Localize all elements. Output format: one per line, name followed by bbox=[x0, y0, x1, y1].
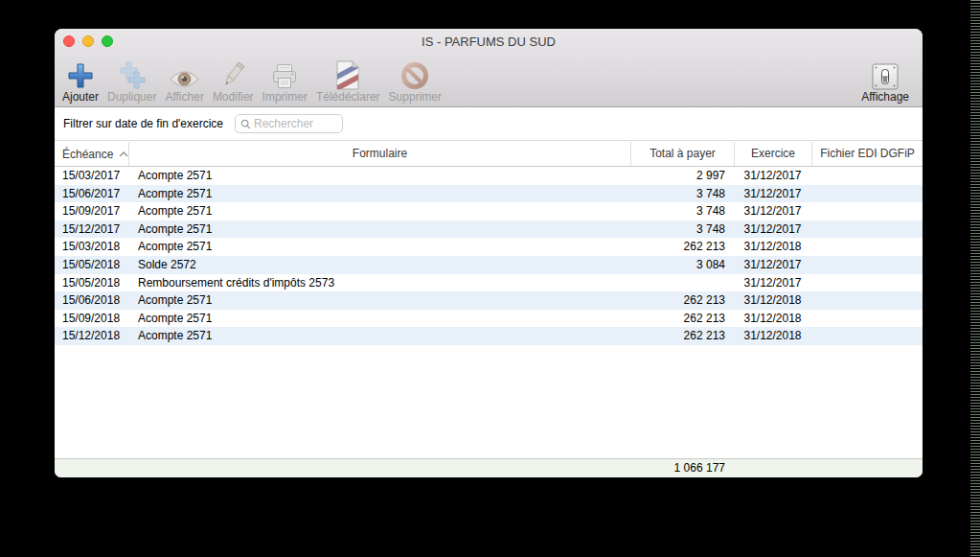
teletransmit-button-label: Télédéclarer bbox=[316, 91, 380, 104]
table-row[interactable]: 15/09/2017Acompte 25713 74831/12/2017 bbox=[55, 202, 923, 220]
cell-total-a-payer: 3 748 bbox=[630, 185, 734, 203]
view-button[interactable]: Afficher bbox=[163, 58, 205, 104]
teletransmit-button[interactable]: Télédéclarer bbox=[314, 58, 382, 104]
table-row[interactable]: 15/12/2018Acompte 2571262 21331/12/2018 bbox=[55, 327, 923, 345]
add-button-label: Ajouter bbox=[62, 91, 99, 104]
cell-total-a-payer: 3 748 bbox=[630, 202, 734, 220]
table-row[interactable]: 15/05/2018Remboursement crédits d'impôts… bbox=[55, 274, 923, 292]
table-row[interactable]: 15/06/2018Acompte 2571262 21331/12/2018 bbox=[55, 291, 923, 310]
cell-formulaire: Acompte 2571 bbox=[128, 291, 630, 310]
cell-echeance: 15/06/2018 bbox=[55, 291, 128, 310]
cell-formulaire: Acompte 2571 bbox=[128, 202, 630, 220]
display-toggle-icon bbox=[872, 58, 899, 90]
edit-button[interactable]: Modifier bbox=[211, 58, 256, 104]
table-row[interactable]: 15/06/2017Acompte 25713 74831/12/2017 bbox=[55, 185, 923, 203]
table-header: Échéance Formulaire Total à payer Exerci… bbox=[55, 142, 923, 167]
delete-button-label: Supprimer bbox=[389, 91, 442, 104]
cell-formulaire: Acompte 2571 bbox=[128, 238, 630, 256]
cell-fichier-edi bbox=[811, 238, 923, 256]
cell-echeance: 15/03/2017 bbox=[55, 167, 128, 185]
column-header-total-a-payer[interactable]: Total à payer bbox=[630, 142, 734, 166]
table-row[interactable]: 15/09/2018Acompte 2571262 21331/12/2018 bbox=[55, 310, 923, 328]
edit-button-label: Modifier bbox=[213, 91, 254, 104]
table-footer: 1 066 177 bbox=[55, 458, 923, 477]
printer-icon bbox=[270, 58, 299, 90]
toolbar: Ajouter Dupliquer bbox=[60, 58, 444, 104]
search-icon bbox=[240, 119, 251, 129]
cell-fichier-edi bbox=[811, 274, 923, 292]
cell-formulaire: Solde 2572 bbox=[128, 256, 630, 274]
screen-edge-artifact bbox=[970, 0, 980, 557]
footer-total-value: 1 066 177 bbox=[55, 459, 734, 477]
app-window: IS - PARFUMS DU SUD Ajouter bbox=[55, 29, 923, 477]
add-button[interactable]: Ajouter bbox=[60, 58, 101, 104]
cell-exercice: 31/12/2017 bbox=[734, 256, 811, 274]
tricolor-document-icon bbox=[335, 58, 360, 90]
cell-exercice: 31/12/2017 bbox=[734, 274, 811, 292]
cell-echeance: 15/09/2018 bbox=[55, 310, 128, 328]
title-bar[interactable]: IS - PARFUMS DU SUD Ajouter bbox=[55, 29, 923, 107]
duplicate-button-label: Dupliquer bbox=[107, 91, 156, 104]
filter-label: Filtrer sur date de fin d'exercice bbox=[63, 117, 223, 130]
column-header-fichier-edi-dgfip[interactable]: Fichier EDI DGFiP bbox=[811, 142, 923, 166]
column-header-echeance[interactable]: Échéance bbox=[55, 142, 128, 166]
cell-fichier-edi bbox=[811, 291, 923, 310]
cell-fichier-edi bbox=[811, 310, 923, 328]
cell-formulaire: Acompte 2571 bbox=[128, 220, 630, 239]
search-field[interactable] bbox=[235, 114, 343, 133]
cell-formulaire: Acompte 2571 bbox=[128, 327, 630, 345]
delete-button[interactable]: Supprimer bbox=[387, 58, 444, 104]
sort-ascending-icon bbox=[119, 142, 128, 166]
cell-formulaire: Acompte 2571 bbox=[128, 185, 630, 203]
cell-total-a-payer: 262 213 bbox=[630, 291, 734, 310]
table-row[interactable]: 15/05/2018Solde 25723 08431/12/2017 bbox=[55, 256, 923, 274]
cell-fichier-edi bbox=[811, 327, 923, 345]
cell-total-a-payer bbox=[630, 274, 734, 292]
cell-echeance: 15/09/2017 bbox=[55, 202, 128, 220]
table-row[interactable]: 15/03/2018Acompte 2571262 21331/12/2018 bbox=[55, 238, 923, 256]
duplicate-button[interactable]: Dupliquer bbox=[105, 58, 158, 104]
cell-exercice: 31/12/2018 bbox=[734, 310, 811, 328]
cell-echeance: 15/06/2017 bbox=[55, 185, 128, 203]
cell-fichier-edi bbox=[811, 256, 923, 274]
cell-exercice: 31/12/2018 bbox=[734, 238, 811, 256]
cell-exercice: 31/12/2018 bbox=[734, 291, 811, 310]
cell-total-a-payer: 262 213 bbox=[630, 327, 734, 345]
table-row[interactable]: 15/12/2017Acompte 25713 74831/12/2017 bbox=[55, 220, 923, 239]
cell-echeance: 15/05/2018 bbox=[55, 274, 128, 292]
cell-total-a-payer: 3 084 bbox=[630, 256, 734, 274]
eye-icon bbox=[169, 58, 200, 90]
cell-echeance: 15/03/2018 bbox=[55, 238, 128, 256]
column-header-formulaire[interactable]: Formulaire bbox=[128, 142, 630, 166]
cell-formulaire: Acompte 2571 bbox=[128, 167, 630, 185]
view-button-label: Afficher bbox=[165, 91, 203, 104]
cell-formulaire: Remboursement crédits d'impôts 2573 bbox=[128, 274, 630, 292]
cell-echeance: 15/12/2018 bbox=[55, 327, 128, 345]
cell-echeance: 15/12/2017 bbox=[55, 220, 128, 239]
cell-exercice: 31/12/2017 bbox=[734, 202, 811, 220]
duplicate-plus-icon bbox=[118, 58, 147, 90]
cell-exercice: 31/12/2017 bbox=[734, 167, 811, 185]
cell-fichier-edi bbox=[811, 185, 923, 203]
cell-total-a-payer: 3 748 bbox=[630, 220, 734, 239]
table-row[interactable]: 15/03/2017Acompte 25712 99731/12/2017 bbox=[55, 167, 923, 185]
search-input[interactable] bbox=[254, 117, 337, 130]
cell-exercice: 31/12/2018 bbox=[734, 327, 811, 345]
pencil-icon bbox=[218, 58, 247, 90]
add-plus-icon bbox=[66, 58, 95, 90]
display-button-label: Affichage bbox=[861, 91, 909, 104]
print-button[interactable]: Imprimer bbox=[261, 58, 309, 104]
cell-total-a-payer: 2 997 bbox=[630, 167, 734, 185]
print-button-label: Imprimer bbox=[262, 91, 308, 104]
display-button[interactable]: Affichage bbox=[859, 58, 911, 104]
column-header-exercice[interactable]: Exercice bbox=[734, 142, 811, 166]
filter-bar: Filtrer sur date de fin d'exercice bbox=[55, 107, 923, 141]
cell-echeance: 15/05/2018 bbox=[55, 256, 128, 274]
cell-exercice: 31/12/2017 bbox=[734, 185, 811, 203]
cell-fichier-edi bbox=[811, 167, 923, 185]
window-title: IS - PARFUMS DU SUD bbox=[55, 35, 923, 49]
cell-fichier-edi bbox=[811, 202, 923, 220]
table-body: 15/03/2017Acompte 25712 99731/12/201715/… bbox=[55, 167, 923, 345]
cell-fichier-edi bbox=[811, 220, 923, 239]
forbidden-circle-icon bbox=[400, 58, 429, 90]
